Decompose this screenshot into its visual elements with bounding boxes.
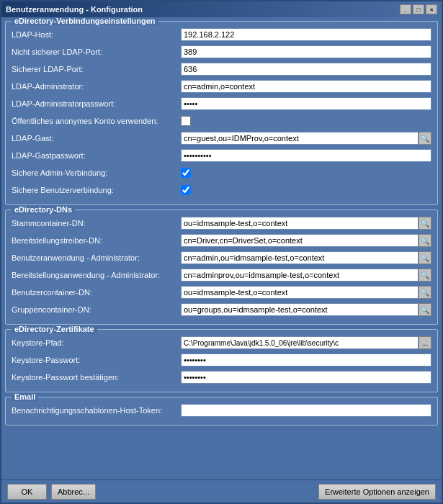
ldap-port-secure-row: Sicherer LDAP-Port:	[12, 62, 431, 76]
ldap-port-secure-input[interactable]	[181, 63, 431, 76]
ldap-guest-browse-button[interactable]: 🔍	[419, 132, 431, 145]
root-container-dn-row: Stammcontainer-DN: 🔍	[12, 216, 431, 230]
bottom-bar: OK Abbrec... Erweiterte Optionen anzeige…	[1, 480, 442, 503]
ldap-port-secure-label: Sicherer LDAP-Port:	[12, 65, 181, 73]
user-app-admin-input[interactable]	[181, 251, 419, 264]
ldap-port-unsecure-input[interactable]	[181, 45, 431, 58]
secure-user-checkbox[interactable]	[181, 185, 191, 195]
secure-admin-checkbox[interactable]	[181, 168, 191, 178]
secure-user-label: Sichere Benutzerverbindung:	[12, 186, 181, 194]
extended-options-button[interactable]: Erweiterte Optionen anzeigen	[318, 484, 436, 500]
ldap-guest-password-input[interactable]	[181, 149, 431, 162]
secure-user-row: Sichere Benutzerverbindung:	[12, 183, 431, 197]
ldap-guest-row: LDAP-Gast: 🔍	[12, 131, 431, 145]
minimize-button[interactable]: _	[400, 4, 411, 14]
connection-section-border: eDirectory-Verbindungseinstellungen LDAP…	[5, 21, 438, 205]
keystore-path-input[interactable]	[181, 336, 419, 349]
provision-driver-browse-button[interactable]: 🔍	[419, 234, 431, 247]
provision-driver-dn-row: Bereitstellungstreiber-DN: 🔍	[12, 233, 431, 248]
dns-section-title: eDirectory-DNs	[12, 205, 75, 214]
ldap-admin-password-row: LDAP-Administratorpasswort:	[12, 96, 431, 111]
provision-admin-input[interactable]	[181, 269, 419, 282]
ldap-guest-label: LDAP-Gast:	[12, 134, 181, 143]
keystore-password-label: Keystore-Passwort:	[12, 356, 181, 364]
keystore-password-confirm-row: Keystore-Passwort bestätigen:	[12, 370, 431, 384]
ldap-host-label: LDAP-Host:	[12, 30, 181, 39]
user-app-admin-row: Benutzeranwendung - Administrator: 🔍	[12, 251, 431, 265]
ldap-admin-password-label: LDAP-Administratorpasswort:	[12, 99, 181, 108]
anonymous-account-label: Öffentliches anonymes Konto verwenden:	[12, 117, 181, 125]
user-container-dn-label: Benutzercontainer-DN:	[12, 288, 181, 297]
ldap-guest-password-label: LDAP-Gastpasswort:	[12, 151, 181, 160]
window-title: Benutzeranwendung - Konfiguration	[6, 5, 143, 14]
root-container-dn-group: 🔍	[181, 217, 431, 230]
ldap-admin-input[interactable]	[181, 80, 431, 93]
group-container-dn-row: Gruppencontainer-DN: 🔍	[12, 302, 431, 317]
user-container-dn-group: 🔍	[181, 286, 431, 299]
root-container-dn-input[interactable]	[181, 217, 419, 230]
email-host-input[interactable]	[181, 404, 431, 417]
group-container-dn-group: 🔍	[181, 303, 431, 316]
email-host-row: Benachrichtigungsschablonen-Host-Token:	[12, 403, 431, 418]
group-container-dn-label: Gruppencontainer-DN:	[12, 305, 181, 314]
ok-button[interactable]: OK	[7, 484, 47, 500]
ldap-guest-input[interactable]	[181, 132, 419, 145]
secure-admin-label: Sichere Admin-Verbindung:	[12, 168, 181, 177]
email-section-title: Email	[12, 392, 38, 401]
root-container-dn-label: Stammcontainer-DN:	[12, 219, 181, 228]
keystore-path-ellipsis-button[interactable]: ...	[419, 336, 431, 349]
keystore-password-confirm-input[interactable]	[181, 371, 431, 384]
ldap-guest-password-row: LDAP-Gastpasswort:	[12, 148, 431, 163]
keystore-password-row: Keystore-Passwort:	[12, 353, 431, 367]
user-app-admin-label: Benutzeranwendung - Administrator:	[12, 253, 181, 262]
ldap-guest-field-group: 🔍	[181, 132, 431, 145]
main-window: Benutzeranwendung - Konfiguration _ □ × …	[0, 0, 443, 504]
ldap-host-row: LDAP-Host:	[12, 27, 431, 42]
group-container-browse-button[interactable]: 🔍	[419, 303, 431, 316]
certificates-section-border: eDirectory-Zertifikate Keystore-Pfad: ..…	[5, 329, 438, 392]
close-button[interactable]: ×	[426, 4, 437, 14]
provision-admin-group: 🔍	[181, 269, 431, 282]
provision-admin-row: Bereitstellungsanwendung - Administrator…	[12, 268, 431, 282]
title-bar: Benutzeranwendung - Konfiguration _ □ ×	[1, 1, 442, 17]
user-app-admin-group: 🔍	[181, 251, 431, 264]
ldap-admin-password-input[interactable]	[181, 97, 431, 110]
ldap-port-unsecure-label: Nicht sicherer LDAP-Port:	[12, 48, 181, 56]
anonymous-account-row: Öffentliches anonymes Konto verwenden:	[12, 114, 431, 128]
user-container-dn-row: Benutzercontainer-DN: 🔍	[12, 285, 431, 300]
email-section-border: Email Benachrichtigungsschablonen-Host-T…	[5, 397, 438, 426]
keystore-path-group: ...	[181, 336, 431, 349]
keystore-password-input[interactable]	[181, 354, 431, 366]
ldap-port-unsecure-row: Nicht sicherer LDAP-Port:	[12, 45, 431, 59]
root-container-browse-button[interactable]: 🔍	[419, 217, 431, 230]
provision-admin-browse-button[interactable]: 🔍	[419, 269, 431, 282]
email-host-label: Benachrichtigungsschablonen-Host-Token:	[12, 406, 181, 415]
ldap-admin-label: LDAP-Administrator:	[12, 82, 181, 91]
keystore-path-row: Keystore-Pfad: ...	[12, 336, 431, 350]
dns-section: eDirectory-DNs Stammcontainer-DN: 🔍 Bere…	[5, 210, 438, 325]
provision-driver-dn-group: 🔍	[181, 234, 431, 247]
main-content: eDirectory-Verbindungseinstellungen LDAP…	[1, 17, 442, 480]
window-controls: _ □ ×	[400, 4, 437, 14]
keystore-password-confirm-label: Keystore-Passwort bestätigen:	[12, 373, 181, 382]
certificates-section-title: eDirectory-Zertifikate	[12, 325, 97, 333]
dns-section-border: eDirectory-DNs Stammcontainer-DN: 🔍 Bere…	[5, 210, 438, 325]
bottom-left-buttons: OK Abbrec...	[7, 484, 96, 500]
user-app-admin-browse-button[interactable]: 🔍	[419, 251, 431, 264]
maximize-button[interactable]: □	[413, 4, 424, 14]
group-container-dn-input[interactable]	[181, 303, 419, 316]
ldap-host-input[interactable]	[181, 28, 431, 41]
connection-section-title: eDirectory-Verbindungseinstellungen	[12, 17, 158, 25]
provision-driver-dn-label: Bereitstellungstreiber-DN:	[12, 236, 181, 245]
connection-section: eDirectory-Verbindungseinstellungen LDAP…	[5, 21, 438, 205]
user-container-browse-button[interactable]: 🔍	[419, 286, 431, 299]
certificates-section: eDirectory-Zertifikate Keystore-Pfad: ..…	[5, 329, 438, 392]
secure-admin-row: Sichere Admin-Verbindung:	[12, 166, 431, 180]
ldap-admin-row: LDAP-Administrator:	[12, 79, 431, 94]
anonymous-account-checkbox[interactable]	[181, 116, 191, 126]
keystore-path-label: Keystore-Pfad:	[12, 338, 181, 347]
provision-driver-dn-input[interactable]	[181, 234, 419, 247]
cancel-button[interactable]: Abbrec...	[51, 484, 96, 500]
user-container-dn-input[interactable]	[181, 286, 419, 299]
email-section: Email Benachrichtigungsschablonen-Host-T…	[5, 397, 438, 426]
